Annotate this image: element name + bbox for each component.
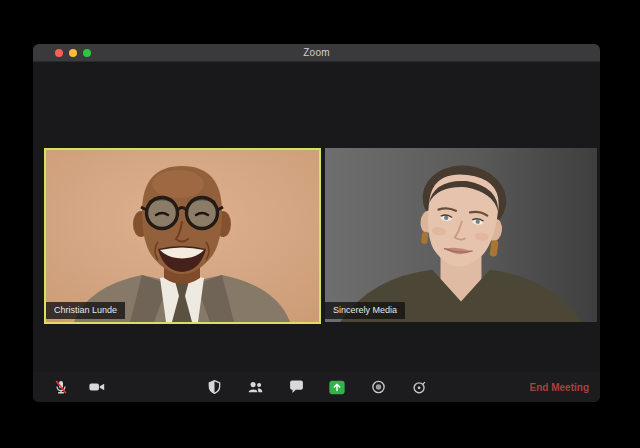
participants-icon: [246, 379, 264, 395]
video-gallery: Christian Lunde: [33, 62, 600, 402]
meeting-toolbar: End Meeting: [33, 372, 600, 402]
zoom-app-window: Zoom: [33, 44, 600, 402]
stopwatch-icon: [411, 379, 427, 395]
chat-button[interactable]: [286, 376, 306, 398]
window-controls: [55, 49, 91, 57]
record-icon: [370, 379, 386, 395]
share-screen-button[interactable]: [327, 376, 347, 398]
video-tile-christian-lunde[interactable]: Christian Lunde: [44, 148, 321, 324]
participants-button[interactable]: [245, 376, 265, 398]
window-title: Zoom: [303, 47, 329, 58]
participant-name-label: Christian Lunde: [46, 302, 125, 319]
participant-video-woman: [325, 148, 597, 322]
window-titlebar[interactable]: Zoom: [33, 44, 600, 62]
desktop-background: { "window": { "title": "Zoom", "controls…: [0, 0, 640, 448]
microphone-muted-icon: [53, 379, 69, 395]
close-button[interactable]: [55, 49, 63, 57]
security-shield-icon: [206, 379, 222, 395]
reactions-button[interactable]: [409, 376, 429, 398]
video-tile-sincerely-media[interactable]: Sincerely Media: [325, 148, 597, 322]
participant-video-man: [46, 150, 319, 322]
participant-name-label: Sincerely Media: [325, 302, 405, 319]
mute-button[interactable]: [51, 376, 71, 398]
share-screen-icon: [329, 379, 346, 396]
minimize-button[interactable]: [69, 49, 77, 57]
toolbar-left-group: [51, 372, 107, 402]
video-button[interactable]: [87, 376, 107, 398]
end-meeting-button[interactable]: End Meeting: [530, 372, 589, 402]
record-button[interactable]: [368, 376, 388, 398]
security-button[interactable]: [204, 376, 224, 398]
video-camera-icon: [88, 379, 106, 395]
fullscreen-button[interactable]: [83, 49, 91, 57]
chat-bubble-icon: [288, 379, 304, 395]
toolbar-center-group: [204, 372, 429, 402]
